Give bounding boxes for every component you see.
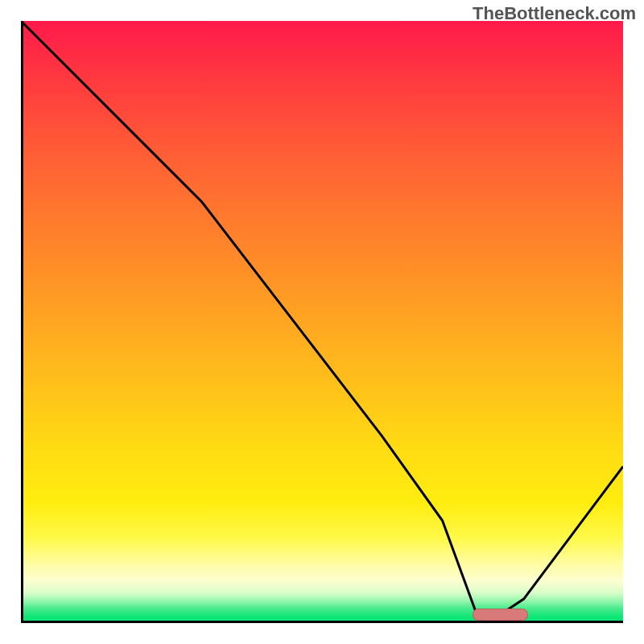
bottleneck-curve (21, 21, 623, 623)
chart-container: TheBottleneck.com (0, 0, 644, 644)
watermark-label: TheBottleneck.com (473, 3, 636, 24)
optimal-marker (473, 609, 528, 621)
plot-area (21, 21, 623, 623)
